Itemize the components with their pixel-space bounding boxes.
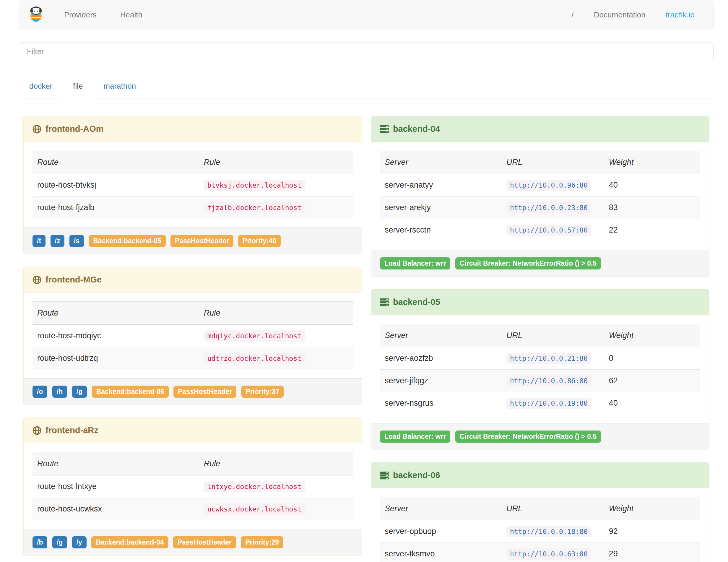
route-column-header: Route bbox=[33, 302, 199, 325]
server-weight: 92 bbox=[604, 520, 700, 543]
table-header-row: Route Rule bbox=[33, 302, 353, 325]
table-row: route-host-ucwksx ucwksx.docker.localhos… bbox=[33, 498, 353, 520]
backend-panel: backend-04 Server URL Weight server-anat… bbox=[371, 116, 709, 277]
route-name: route-host-btvksj bbox=[33, 174, 199, 196]
frontend-panel: frontend-MGe Route Rule route-host-mdqiy… bbox=[23, 267, 362, 405]
traefik-mascot-icon bbox=[28, 5, 44, 24]
backend-title: backend-04 bbox=[393, 124, 440, 134]
entrypoint-badge: /g bbox=[72, 386, 87, 398]
entrypoint-badge: /y bbox=[72, 536, 87, 548]
server-url-link[interactable]: http://10.0.0.23:80 bbox=[506, 202, 591, 213]
rule-value: mdqiyc.docker.localhost bbox=[204, 330, 305, 342]
route-column-header: Route bbox=[33, 452, 199, 475]
table-header-row: Route Rule bbox=[33, 452, 353, 475]
server-weight: 62 bbox=[604, 370, 700, 392]
tab-marathon[interactable]: marathon bbox=[93, 74, 146, 98]
table-row: route-host-fjzalb fjzalb.docker.localhos… bbox=[33, 196, 353, 219]
servers-table: Server URL Weight server-aozfzb http://1… bbox=[380, 324, 700, 414]
weight-column-header: Weight bbox=[604, 324, 700, 347]
tab-docker[interactable]: docker bbox=[19, 74, 63, 98]
table-row: server-aozfzb http://10.0.0.21:80 0 bbox=[380, 347, 700, 370]
route-name: route-host-lntxye bbox=[33, 475, 199, 498]
servers-table: Server URL Weight server-opbuop http://1… bbox=[380, 497, 700, 562]
globe-icon bbox=[33, 125, 41, 134]
rule-value: fjzalb.docker.localhost bbox=[204, 202, 305, 213]
traefik-logo[interactable] bbox=[28, 5, 44, 24]
nav-health-link[interactable]: Health bbox=[108, 10, 154, 20]
entrypoint-badge: /o bbox=[33, 386, 47, 398]
table-row: route-host-udtrzq udtrzq.docker.localhos… bbox=[33, 347, 353, 370]
backend-panel-footer: Load Balancer: wrr Circuit Breaker: Netw… bbox=[371, 250, 709, 277]
server-url-link[interactable]: http://10.0.0.57:80 bbox=[506, 225, 591, 236]
backend-panel-heading: backend-06 bbox=[371, 463, 709, 488]
passhostheader-badge: PassHostHeader bbox=[173, 386, 236, 398]
load-balancer-badge: Load Balancer: wrr bbox=[380, 431, 450, 443]
frontend-title: frontend-aRz bbox=[45, 425, 98, 435]
server-url-link[interactable]: http://10.0.0.18:80 bbox=[506, 526, 591, 537]
server-icon bbox=[380, 471, 389, 480]
server-url-link[interactable]: http://10.0.0.86:80 bbox=[506, 375, 591, 386]
globe-icon bbox=[33, 275, 41, 284]
entrypoint-badge: /b bbox=[33, 536, 47, 548]
server-column-header: Server bbox=[380, 324, 502, 347]
passhostheader-badge: PassHostHeader bbox=[170, 235, 233, 247]
table-header-row: Server URL Weight bbox=[380, 497, 700, 520]
table-row: server-opbuop http://10.0.0.18:80 92 bbox=[380, 520, 700, 543]
navbar: Providers Health / Documentation traefik… bbox=[19, 1, 714, 29]
frontend-panel-footer: /o /h /g Backend:backend-06 PassHostHead… bbox=[24, 378, 362, 405]
backends-column: backend-04 Server URL Weight server-anat… bbox=[366, 116, 714, 562]
rule-column-header: Rule bbox=[199, 151, 353, 174]
backend-panel: backend-06 Server URL Weight server-opbu… bbox=[371, 462, 709, 562]
frontend-panel-body: Route Rule route-host-btvksj btvksj.dock… bbox=[24, 142, 362, 228]
backend-ref-badge: Backend:backend-04 bbox=[91, 536, 168, 548]
route-column-header: Route bbox=[33, 151, 199, 174]
priority-badge: Priority:29 bbox=[241, 536, 283, 548]
route-name: route-host-mdqiyc bbox=[33, 325, 199, 347]
nav-documentation-link[interactable]: Documentation bbox=[584, 10, 656, 20]
url-column-header: URL bbox=[502, 497, 604, 520]
server-icon bbox=[380, 298, 389, 307]
server-name: server-anatyy bbox=[380, 174, 502, 196]
entrypoint-badge: /h bbox=[52, 386, 67, 398]
server-name: server-jifqgz bbox=[380, 370, 502, 392]
route-name: route-host-fjzalb bbox=[33, 196, 199, 219]
server-url-link[interactable]: http://10.0.0.96:80 bbox=[506, 180, 591, 191]
frontend-panel: frontend-AOm Route Rule route-host-btvks… bbox=[23, 116, 362, 254]
routes-table: Route Rule route-host-btvksj btvksj.dock… bbox=[33, 151, 353, 219]
table-row: server-tksmvo http://10.0.0.63:80 29 bbox=[380, 543, 700, 562]
tab-file[interactable]: file bbox=[63, 74, 93, 98]
filter-input[interactable] bbox=[19, 43, 714, 60]
nav-providers-link[interactable]: Providers bbox=[52, 10, 108, 20]
server-column-header: Server bbox=[380, 497, 502, 520]
server-column-header: Server bbox=[380, 151, 502, 174]
content-row: frontend-AOm Route Rule route-host-btvks… bbox=[19, 116, 714, 562]
table-header-row: Server URL Weight bbox=[380, 151, 700, 174]
backend-panel-body: Server URL Weight server-opbuop http://1… bbox=[371, 488, 709, 562]
table-row: server-nsgrus http://10.0.0.19:80 40 bbox=[380, 392, 700, 415]
rule-value: ucwksx.docker.localhost bbox=[204, 503, 305, 515]
priority-badge: Priority:40 bbox=[238, 235, 281, 247]
weight-column-header: Weight bbox=[604, 497, 700, 520]
backend-panel-heading: backend-05 bbox=[371, 290, 709, 315]
server-url-link[interactable]: http://10.0.0.63:80 bbox=[506, 548, 591, 560]
table-header-row: Server URL Weight bbox=[380, 324, 700, 347]
nav-path-link[interactable]: / bbox=[562, 10, 584, 20]
backend-title: backend-05 bbox=[393, 297, 440, 307]
server-url-link[interactable]: http://10.0.0.19:80 bbox=[506, 398, 591, 409]
backend-panel-body: Server URL Weight server-anatyy http://1… bbox=[371, 142, 709, 250]
server-name: server-tksmvo bbox=[380, 543, 502, 562]
server-weight: 29 bbox=[604, 543, 700, 562]
server-url-link[interactable]: http://10.0.0.21:80 bbox=[506, 353, 591, 364]
table-row: server-jifqgz http://10.0.0.86:80 62 bbox=[380, 370, 700, 392]
rule-value: udtrzq.docker.localhost bbox=[204, 353, 305, 364]
frontend-panel-heading: frontend-aRz bbox=[24, 418, 362, 443]
server-weight: 40 bbox=[604, 174, 700, 196]
frontend-title: frontend-AOm bbox=[45, 124, 104, 134]
nav-traefik-io-link[interactable]: traefik.io bbox=[656, 10, 696, 20]
frontend-panel-heading: frontend-AOm bbox=[24, 116, 362, 142]
page-container: Providers Health / Documentation traefik… bbox=[19, 1, 714, 562]
server-name: server-opbuop bbox=[380, 520, 502, 543]
server-weight: 0 bbox=[604, 347, 700, 370]
server-icon bbox=[380, 125, 389, 134]
frontend-panel: frontend-aRz Route Rule route-host-lntxy… bbox=[23, 418, 362, 556]
